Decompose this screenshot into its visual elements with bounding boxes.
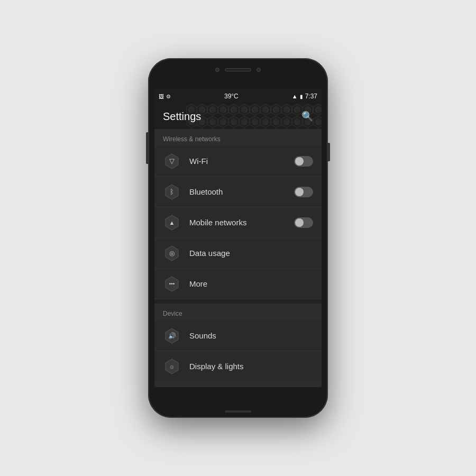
- sound-icon: 🔊: [168, 332, 176, 340]
- page-title: Settings: [163, 111, 201, 123]
- section-header-device: Device: [154, 304, 322, 321]
- section-header-wireless: Wireless & networks: [154, 129, 322, 146]
- wifi-icon-container: ▽: [163, 152, 181, 170]
- clock-display: 7:37: [305, 93, 317, 100]
- mobile-networks-toggle[interactable]: [294, 217, 313, 228]
- settings-item-sounds[interactable]: 🔊 Sounds: [154, 321, 322, 351]
- sounds-hex-shape: 🔊: [163, 327, 180, 344]
- settings-content: Wireless & networks ▽ Wi-Fi: [154, 129, 322, 387]
- more-icon-container: •••: [163, 275, 181, 293]
- mobile-networks-hex-shape: ▲: [163, 214, 180, 231]
- sounds-icon-container: 🔊: [163, 327, 181, 345]
- bluetooth-icon: ᛒ: [170, 188, 174, 196]
- data-usage-label: Data usage: [189, 249, 313, 258]
- bluetooth-toggle-knob: [295, 188, 304, 196]
- wifi-icon: ▽: [169, 157, 175, 165]
- wifi-hex-shape: ▽: [163, 153, 180, 170]
- wifi-toggle-knob: [295, 157, 304, 166]
- status-left-icons: 🖼 ⚙: [159, 94, 171, 99]
- power-button[interactable]: [328, 143, 330, 161]
- status-right-icons: ▲ ▮ 7:37: [292, 93, 317, 100]
- bluetooth-toggle[interactable]: [294, 187, 313, 197]
- mobile-networks-icon-container: ▲: [163, 214, 181, 232]
- wifi-label: Wi-Fi: [189, 157, 294, 166]
- more-hex-shape: •••: [163, 276, 180, 292]
- data-usage-hex-shape: ◎: [163, 245, 180, 262]
- display-icon: ☼: [169, 363, 175, 370]
- front-camera: [215, 68, 219, 72]
- battery-icon: ▮: [300, 94, 303, 99]
- mobile-networks-toggle-knob: [295, 218, 304, 227]
- bluetooth-hex-shape: ᛒ: [163, 184, 180, 200]
- bluetooth-icon-container: ᛒ: [163, 183, 181, 201]
- display-lights-label: Display & lights: [189, 362, 313, 371]
- app-bar: Settings 🔍: [154, 104, 322, 129]
- settings-item-data-usage[interactable]: ◎ Data usage: [154, 238, 322, 269]
- phone-top-hardware: [215, 68, 261, 72]
- settings-item-more[interactable]: ••• More: [154, 269, 322, 299]
- data-usage-icon-container: ◎: [163, 244, 181, 262]
- wifi-toggle[interactable]: [294, 156, 313, 167]
- signal-icon: ▲: [292, 93, 298, 99]
- settings-item-display-lights[interactable]: ☼ Display & lights: [154, 351, 322, 382]
- volume-button[interactable]: [146, 132, 148, 164]
- image-notification-icon: 🖼: [159, 94, 164, 99]
- settings-item-wifi[interactable]: ▽ Wi-Fi: [154, 146, 322, 177]
- data-usage-icon: ◎: [169, 250, 175, 257]
- home-indicator: [225, 410, 251, 413]
- temperature-display: 39°C: [224, 93, 239, 100]
- display-hex-shape: ☼: [163, 358, 180, 375]
- settings-notification-icon: ⚙: [166, 94, 171, 99]
- display-icon-container: ☼: [163, 358, 181, 376]
- phone-screen: 🖼 ⚙ 39°C ▲ ▮ 7:37: [154, 89, 322, 387]
- status-bar: 🖼 ⚙ 39°C ▲ ▮ 7:37: [154, 89, 322, 104]
- signal-icon: ▲: [169, 219, 175, 226]
- settings-item-bluetooth[interactable]: ᛒ Bluetooth: [154, 177, 322, 207]
- more-dots-icon: •••: [169, 281, 175, 287]
- search-icon: 🔍: [301, 111, 313, 122]
- phone-frame: 🖼 ⚙ 39°C ▲ ▮ 7:37: [148, 58, 328, 418]
- bluetooth-label: Bluetooth: [189, 187, 294, 196]
- section-divider: [154, 299, 322, 304]
- more-label: More: [189, 279, 313, 288]
- search-button[interactable]: 🔍: [301, 112, 313, 121]
- mobile-networks-label: Mobile networks: [189, 218, 294, 227]
- sounds-label: Sounds: [189, 331, 313, 340]
- settings-item-mobile-networks[interactable]: ▲ Mobile networks: [154, 207, 322, 238]
- sensor: [257, 68, 261, 72]
- earpiece-speaker: [225, 68, 251, 71]
